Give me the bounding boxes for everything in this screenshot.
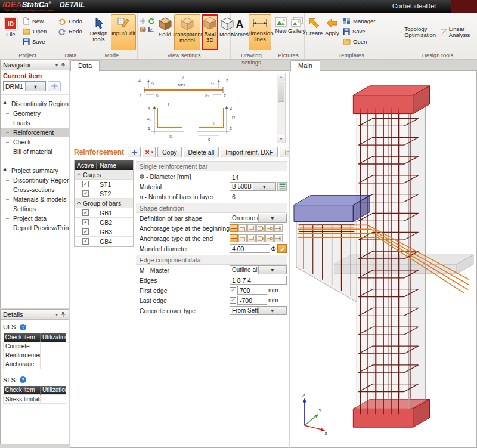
open-button[interactable]: Open	[21, 27, 48, 36]
current-item-select[interactable]: DRM1 ▾	[3, 81, 46, 91]
mandrel-edit-button[interactable]	[277, 244, 287, 253]
anchorage-begin-circle-button[interactable]	[265, 224, 274, 232]
anchorage-end-hook-down-button[interactable]	[238, 234, 247, 242]
scroll-down-icon[interactable]: ▾	[277, 135, 285, 143]
tree-item-reinforcement[interactable]: Reinforcement	[1, 128, 69, 137]
design-tools-mode-button[interactable]: Design tools	[88, 14, 110, 50]
tab-data[interactable]: Data	[70, 60, 100, 71]
3d-viewport[interactable]: Z Y X	[290, 71, 476, 447]
save-button[interactable]: Save	[21, 37, 48, 46]
tree-item-settings[interactable]: Settings	[1, 204, 69, 214]
tree-item-geometry[interactable]: Geometry	[1, 109, 69, 118]
active-checkbox[interactable]: ✓	[82, 190, 89, 197]
template-save-button[interactable]: Save	[342, 27, 377, 36]
first-edge-input[interactable]	[237, 286, 267, 295]
anchorage-end-hook-up-button[interactable]	[247, 234, 256, 242]
file-button[interactable]: ID File	[1, 14, 20, 50]
gallery-button[interactable]: Gallery	[289, 14, 305, 50]
redo-button[interactable]: Redo	[57, 27, 83, 36]
anchorage-begin-plate-button[interactable]	[274, 224, 283, 232]
scrollbar-thumb[interactable]	[278, 82, 284, 102]
input-edit-mode-button[interactable]: Input/Edit	[111, 14, 136, 50]
anchorage-begin-hook-down-button[interactable]	[238, 224, 247, 232]
anchorage-end-straight-button[interactable]	[230, 234, 238, 242]
edges-input[interactable]	[230, 276, 287, 285]
panel-menu-icon[interactable]: ▾	[55, 63, 58, 68]
bar-shape-select[interactable]: On more edges▾	[230, 214, 287, 223]
dimension-lines-button[interactable]: Dimension lines	[249, 14, 271, 50]
material-select[interactable]: B 500B▾	[230, 182, 276, 191]
tree-item-cross-sections[interactable]: Cross-sections	[1, 185, 69, 194]
real-3d-button[interactable]: Real 3D	[202, 14, 218, 50]
tree-section-project-summary[interactable]: Project summary	[1, 165, 69, 175]
template-create-button[interactable]: Create	[306, 14, 323, 50]
col-utilization[interactable]: Utilization	[41, 386, 66, 395]
active-checkbox[interactable]: ✓	[82, 228, 89, 235]
new-picture-button[interactable]: New	[274, 14, 288, 50]
anchorage-begin-hook-up-button[interactable]	[247, 224, 256, 232]
rotate-tool-button[interactable]	[147, 17, 155, 25]
active-checkbox[interactable]: ✓	[82, 181, 89, 187]
col-utilization[interactable]: Utilization	[41, 333, 66, 342]
first-edge-checkbox[interactable]: ✓	[230, 287, 236, 293]
navigator-header[interactable]: Navigator ▾	[1, 60, 69, 70]
names-button[interactable]: A Names	[232, 14, 247, 50]
tree-item-report-preview[interactable]: Report Preview/Print	[1, 223, 69, 233]
tree-section-discontinuity-region[interactable]: Discontinuity Region	[1, 98, 69, 109]
active-checkbox[interactable]: ✓	[82, 219, 89, 225]
anchorage-end-circle-button[interactable]	[265, 234, 274, 242]
bar-count-value[interactable]: 6	[230, 193, 236, 200]
last-edge-input[interactable]	[237, 296, 267, 305]
pin-icon[interactable]	[60, 62, 66, 68]
tree-item-loads[interactable]: Loads	[1, 118, 69, 128]
expander-icon[interactable]	[3, 168, 9, 174]
copy-button[interactable]: Copy	[157, 147, 182, 157]
expander-icon[interactable]	[3, 101, 9, 107]
template-manager-button[interactable]: Manager	[342, 17, 377, 26]
group-row-cages[interactable]: Cages	[75, 170, 133, 180]
group-row-bars[interactable]: Group of bars	[75, 199, 133, 208]
mandrel-input[interactable]	[230, 244, 270, 253]
tree-item-discontinuity-regions[interactable]: Discontinuity Regions	[1, 175, 69, 185]
material-library-button[interactable]	[277, 182, 287, 191]
scroll-up-icon[interactable]: ▴	[277, 73, 285, 81]
zoom-cube-button[interactable]	[139, 26, 147, 33]
col-check-item[interactable]: Check item	[4, 333, 41, 342]
delete-reinforcement-button[interactable]: ▾	[143, 147, 156, 157]
help-icon[interactable]: ?	[20, 324, 26, 330]
solid-view-button[interactable]: Solid	[157, 14, 173, 50]
collapse-icon[interactable]	[77, 202, 81, 206]
last-edge-checkbox[interactable]: ✓	[230, 297, 236, 304]
undo-button[interactable]: Undo	[57, 17, 83, 26]
active-checkbox[interactable]: ✓	[82, 238, 89, 245]
help-icon[interactable]: ?	[20, 376, 26, 383]
add-reinforcement-button[interactable]	[128, 147, 141, 157]
master-select[interactable]: Outline all members▾	[230, 265, 287, 274]
col-check-item[interactable]: Check item	[4, 386, 41, 395]
transparent-model-button[interactable]: Transparent model	[174, 14, 200, 50]
delete-all-button[interactable]: Delete all	[184, 147, 219, 157]
diameter-input[interactable]	[230, 172, 289, 181]
anchorage-begin-straight-button[interactable]	[230, 224, 238, 232]
cover-type-select[interactable]: From Settings▾	[230, 306, 287, 315]
tree-item-materials-models[interactable]: Materials & models	[1, 194, 69, 204]
topology-optimization-button[interactable]: Topology Optimization	[399, 14, 438, 50]
new-button[interactable]: New	[21, 17, 48, 26]
tab-main[interactable]: Main	[290, 60, 320, 71]
details-header[interactable]: Details ▾	[1, 310, 69, 320]
tree-item-check[interactable]: Check	[1, 137, 69, 147]
collapse-icon[interactable]	[77, 173, 81, 177]
panel-menu-icon[interactable]: ▾	[55, 312, 58, 317]
linear-analysis-button[interactable]: Linear Analysis	[439, 14, 473, 50]
diagram-scrollbar[interactable]: ▴ ▾	[277, 73, 286, 143]
template-open-button[interactable]: Open	[342, 37, 377, 46]
template-apply-button[interactable]: Apply	[324, 14, 340, 50]
tree-item-bill-of-material[interactable]: Bill of material	[1, 147, 69, 156]
import-reinf-dxf-button[interactable]: Import reinf. DXF	[221, 147, 278, 157]
anchorage-begin-loop-button[interactable]	[256, 224, 265, 232]
axes-view-button[interactable]	[147, 26, 155, 33]
anchorage-end-loop-button[interactable]	[256, 234, 265, 242]
pin-icon[interactable]	[60, 311, 66, 317]
tree-item-project-data[interactable]: Project data	[1, 214, 69, 223]
col-active[interactable]: Active	[75, 162, 97, 169]
